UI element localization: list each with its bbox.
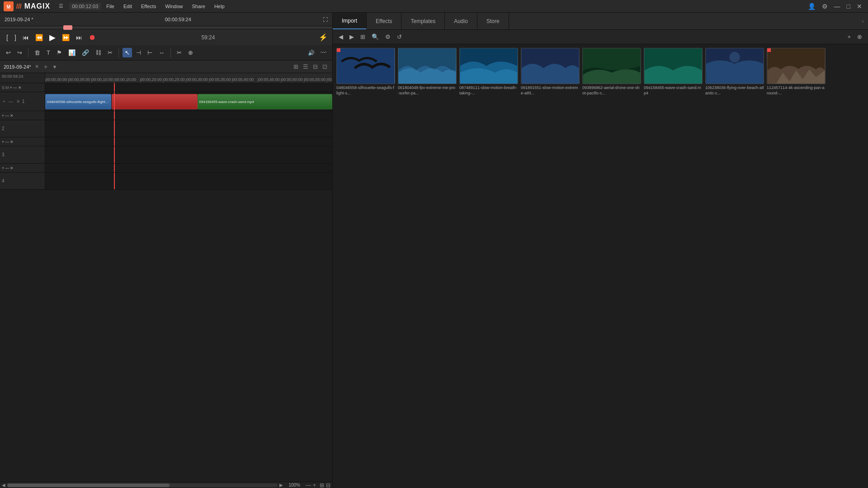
scroll-right-btn[interactable]: ▶ bbox=[279, 483, 283, 488]
track-1-content[interactable]: 048046558-silhouette-seagulls-flight-slo… bbox=[45, 92, 332, 111]
media-item-1[interactable]: 048046558-silhouette-seagulls-flight-s..… bbox=[336, 48, 395, 96]
settings-icon[interactable]: ⚙ bbox=[820, 2, 830, 11]
cursor-btn[interactable]: ↖ bbox=[123, 48, 132, 57]
tab-import[interactable]: Import bbox=[333, 13, 367, 29]
minimize-icon[interactable]: — bbox=[832, 2, 843, 11]
menu-hamburger[interactable]: ☰ bbox=[57, 2, 66, 10]
t3-minus[interactable]: — bbox=[5, 140, 9, 144]
view-expand-icon[interactable]: ⊡ bbox=[321, 62, 329, 71]
skip-prev-btn[interactable]: ⏮ bbox=[21, 33, 31, 42]
media-thumb-2[interactable] bbox=[398, 48, 457, 84]
t2-close[interactable]: ✕ bbox=[10, 113, 14, 118]
media-thumb-7[interactable] bbox=[705, 48, 764, 84]
link-btn[interactable]: ⛓ bbox=[93, 48, 104, 57]
menu-effects[interactable]: Effects bbox=[137, 3, 160, 10]
t4-close[interactable]: ✕ bbox=[10, 166, 14, 170]
zoom-out-btn[interactable]: — bbox=[306, 482, 311, 488]
trim-btn[interactable]: ⊢ bbox=[145, 48, 155, 57]
clip-wave-crash[interactable]: 094158455-wave-crash-sand.mp4 bbox=[198, 94, 332, 109]
step-fwd-btn[interactable]: ⏩ bbox=[60, 33, 71, 42]
track-1-minus[interactable]: — bbox=[8, 99, 14, 104]
clip-red-1[interactable] bbox=[112, 94, 197, 109]
track-sm-close[interactable]: ✕ bbox=[18, 85, 22, 90]
media-thumb-1[interactable] bbox=[336, 48, 395, 84]
profile-icon[interactable]: 👤 bbox=[806, 2, 818, 11]
unlink-btn[interactable]: ✂ bbox=[105, 48, 115, 57]
fullscreen-icon[interactable]: ⛶ bbox=[323, 17, 328, 22]
view-timeline-icon[interactable]: ⊟ bbox=[311, 62, 319, 71]
wave-btn[interactable]: 〰 bbox=[318, 48, 329, 57]
track-2-content[interactable] bbox=[45, 120, 332, 137]
track-3-content[interactable] bbox=[45, 146, 332, 163]
rt-add-btn[interactable]: + bbox=[845, 33, 853, 41]
tab-templates[interactable]: Templates bbox=[401, 13, 445, 29]
media-thumb-3[interactable] bbox=[459, 48, 518, 84]
scrollbar-thumb[interactable] bbox=[7, 483, 170, 487]
view-list-icon[interactable]: ☰ bbox=[302, 62, 310, 71]
preview-progress[interactable] bbox=[0, 26, 332, 29]
track-1-plus[interactable]: + bbox=[2, 99, 6, 104]
menu-share[interactable]: Share bbox=[189, 3, 209, 10]
rt-expand-btn[interactable]: ⊕ bbox=[855, 33, 864, 41]
rt-search-btn[interactable]: 🔍 bbox=[369, 33, 381, 41]
t3-close[interactable]: ✕ bbox=[10, 140, 14, 144]
tab-dropdown-btn[interactable]: ▼ bbox=[52, 64, 57, 70]
t4-plus[interactable]: + bbox=[2, 166, 4, 170]
rt-grid-btn[interactable]: ⊞ bbox=[358, 33, 368, 41]
split-btn[interactable]: ⊣ bbox=[134, 48, 143, 57]
scroll-left-btn[interactable]: ◀ bbox=[2, 483, 5, 488]
timeline-scrollbar[interactable] bbox=[7, 483, 278, 487]
scroll-contract-btn[interactable]: ⊟ bbox=[326, 482, 330, 488]
delete-btn[interactable]: 🗑 bbox=[32, 48, 42, 57]
volume-icon[interactable]: 🔊 bbox=[308, 50, 315, 56]
media-item-8[interactable]: 112457114-4k-ascending-pan-around-... bbox=[767, 48, 826, 96]
media-item-6[interactable]: 094158455-wave-crash-sand.mp4 bbox=[644, 48, 703, 96]
menu-window[interactable]: Window bbox=[161, 3, 186, 10]
rt-settings-btn[interactable]: ⚙ bbox=[383, 33, 393, 41]
zoom-in-btn[interactable]: + bbox=[313, 482, 316, 488]
maximize-icon[interactable]: □ bbox=[844, 2, 853, 11]
media-item-2[interactable]: 061804048-fpv-extreme-me-pro-surfer-pa..… bbox=[398, 48, 457, 96]
step-back-btn[interactable]: ⏪ bbox=[33, 33, 45, 42]
menu-edit[interactable]: Edit bbox=[120, 3, 136, 10]
view-storyboard-icon[interactable]: ⊞ bbox=[292, 62, 300, 71]
media-item-4[interactable]: 091891551-slow-motion-extreme-athl... bbox=[521, 48, 580, 96]
media-item-7[interactable]: 106238036-flying-over-beach-atlantic-c..… bbox=[705, 48, 764, 96]
t2-minus[interactable]: — bbox=[5, 113, 9, 118]
marker-btn[interactable]: ⚑ bbox=[54, 48, 64, 57]
media-thumb-6[interactable] bbox=[644, 48, 703, 84]
add-tab-btn[interactable]: ＋ bbox=[42, 63, 49, 71]
clip-seagulls[interactable]: 048046558-silhouette-seagulls-flight-slo… bbox=[45, 94, 111, 109]
track-sm-minus[interactable]: — bbox=[13, 85, 17, 90]
track-1-close[interactable]: ✕ bbox=[15, 99, 21, 104]
play-btn[interactable]: ▶ bbox=[47, 32, 57, 43]
media-item-5[interactable]: 093896862-aerial-drone-one-shot-pacific-… bbox=[582, 48, 641, 96]
razor-btn[interactable]: ✂ bbox=[175, 48, 184, 57]
record-btn[interactable]: ⏺ bbox=[87, 33, 98, 42]
progress-indicator[interactable] bbox=[63, 25, 72, 30]
media-thumb-4[interactable] bbox=[521, 48, 580, 84]
move-btn[interactable]: ↔ bbox=[156, 48, 167, 57]
text-btn[interactable]: T bbox=[44, 48, 52, 57]
close-icon[interactable]: ✕ bbox=[854, 2, 864, 11]
flash-btn[interactable]: ⚡ bbox=[319, 33, 328, 42]
rt-refresh-btn[interactable]: ↺ bbox=[395, 33, 404, 41]
redo-btn[interactable]: ↪ bbox=[15, 48, 24, 57]
t2-plus[interactable]: + bbox=[2, 113, 4, 118]
track-4-content[interactable] bbox=[45, 173, 332, 189]
menu-file[interactable]: File bbox=[103, 3, 118, 10]
track-sm-plus[interactable]: + bbox=[10, 85, 12, 90]
close-tab-btn[interactable]: ✕ bbox=[35, 64, 39, 70]
bracket-out-btn[interactable]: ] bbox=[13, 33, 18, 42]
rt-back-btn[interactable]: ◀ bbox=[336, 33, 345, 41]
extend-btn[interactable]: ⊕ bbox=[186, 48, 195, 57]
menu-help[interactable]: Help bbox=[211, 3, 228, 10]
undo-btn[interactable]: ↩ bbox=[4, 48, 13, 57]
tab-effects[interactable]: Effects bbox=[367, 13, 401, 29]
magnet-btn[interactable]: 🔗 bbox=[80, 48, 91, 57]
tab-expand-icon[interactable]: + bbox=[858, 19, 868, 24]
media-thumb-8[interactable] bbox=[767, 48, 826, 84]
tab-store[interactable]: Store bbox=[477, 13, 509, 29]
skip-next-btn[interactable]: ⏭ bbox=[74, 33, 84, 42]
tab-audio[interactable]: Audio bbox=[445, 13, 477, 29]
